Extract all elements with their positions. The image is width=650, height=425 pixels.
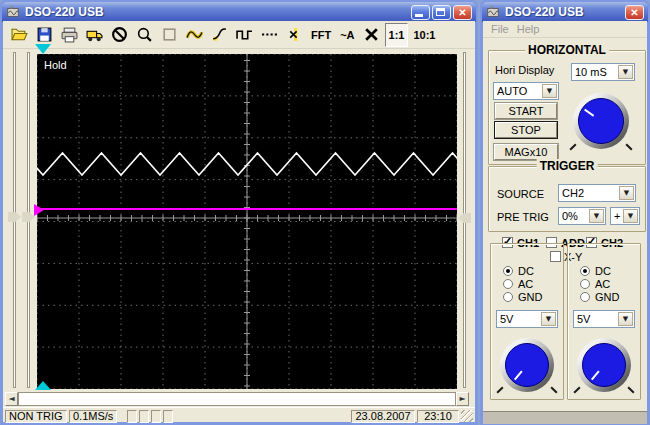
source-label: SOURCE [497, 188, 544, 200]
scale-10-1-button[interactable]: 10:1 [409, 23, 439, 47]
grid-button[interactable] [157, 23, 181, 47]
app-icon [486, 5, 500, 19]
stop-acquisition-button[interactable] [107, 23, 131, 47]
trigger-level-handle[interactable] [458, 213, 471, 223]
ch2-dc-label: DC [595, 265, 611, 277]
chevron-down-icon[interactable]: ▼ [542, 84, 557, 98]
trigger-level-slider[interactable] [459, 50, 470, 390]
timebase-knob[interactable] [573, 93, 629, 149]
ch2-group: DC AC GND 5V ▼ [567, 243, 641, 400]
ch1-ac-radio[interactable] [503, 279, 513, 289]
resize-grip[interactable] [461, 410, 473, 422]
scroll-right-button[interactable]: ► [456, 392, 469, 406]
device-button[interactable] [82, 23, 106, 47]
hori-display-label: Hori Display [495, 64, 554, 76]
ch2-volts-knob[interactable] [577, 338, 631, 392]
chevron-down-icon[interactable]: ▼ [541, 312, 556, 326]
pretrig-label: PRE TRIG [497, 211, 549, 223]
maximize-button[interactable] [432, 5, 451, 20]
auto-measure-button[interactable]: ~A [336, 23, 358, 47]
cursor-x-button[interactable] [282, 23, 306, 47]
panel-titlebar[interactable]: DSO-220 USB ✕ [482, 2, 648, 22]
ch2-ac-radio[interactable] [580, 279, 590, 289]
hold-status-label: Hold [44, 59, 67, 71]
dotted-line-button[interactable] [257, 23, 281, 47]
menu-help[interactable]: Help [517, 23, 540, 35]
fft-button[interactable]: FFT [307, 23, 335, 47]
status-cell [151, 410, 161, 423]
window-title: DSO-220 USB [25, 5, 409, 19]
trigger-time-marker-top[interactable] [35, 44, 51, 54]
status-cell [127, 410, 137, 423]
scope-window: DSO-220 USB ✕ FFT~A1:110:1 Hold [0, 0, 478, 425]
sine-interpolation-button[interactable] [182, 23, 206, 47]
hori-mode-select[interactable]: AUTO ▼ [493, 82, 559, 100]
close-button[interactable]: ✕ [625, 5, 644, 20]
ch1-volts-select[interactable]: 5V ▼ [496, 310, 558, 328]
save-button[interactable] [32, 23, 56, 47]
menu-file[interactable]: File [491, 23, 509, 35]
timebase-select[interactable]: 10 mS ▼ [571, 63, 635, 81]
horizontal-group-title: HORIZONTAL [525, 43, 609, 57]
toolbar: FFT~A1:110:1 [3, 21, 475, 49]
scope-window-titlebar[interactable]: DSO-220 USB ✕ [2, 2, 476, 22]
zoom-button[interactable] [132, 23, 156, 47]
ch2-gnd-radio[interactable] [580, 292, 590, 302]
window-bottom-strip [483, 411, 647, 424]
scroll-left-button[interactable]: ◄ [5, 392, 18, 406]
horizontal-scrollbar[interactable]: ◄ ► [3, 392, 471, 406]
ch2-position-slider[interactable] [23, 50, 34, 390]
pretrig-select[interactable]: 0% ▼ [558, 207, 606, 225]
waveform-plot [37, 54, 457, 389]
sample-rate: 0.1MS/s [69, 410, 117, 423]
ch2-gnd-label: GND [595, 291, 619, 303]
scope-display[interactable]: Hold [37, 54, 457, 389]
trigger-group: TRIGGER SOURCE CH2 ▼ PRE TRIG 0% ▼ + ▼ [488, 166, 646, 232]
chevron-down-icon[interactable]: ▼ [618, 65, 633, 79]
status-cell [139, 410, 149, 423]
scale-1-1-button[interactable]: 1:1 [385, 23, 409, 47]
open-button[interactable] [7, 23, 31, 47]
chevron-down-icon[interactable]: ▼ [623, 209, 638, 223]
chevron-down-icon[interactable]: ▼ [618, 312, 633, 326]
ch1-group: DC AC GND 5V ▼ [490, 243, 564, 400]
ch2-volts-select[interactable]: 5V ▼ [573, 310, 635, 328]
window-title: DSO-220 USB [505, 5, 623, 19]
menu-bar: File Help [483, 21, 647, 38]
chevron-down-icon[interactable]: ▼ [589, 209, 604, 223]
status-time: 23:10 [417, 410, 459, 423]
status-bar: NON TRIG 0.1MS/s 23.08.2007 23:10 [3, 407, 475, 423]
minimize-button[interactable] [411, 5, 430, 20]
scroll-track[interactable] [18, 392, 456, 406]
stop-button[interactable]: STOP [495, 122, 557, 138]
trigger-time-marker-bottom[interactable] [35, 381, 51, 390]
ch2-dc-radio[interactable] [580, 266, 590, 276]
ch1-dc-radio[interactable] [503, 266, 513, 276]
status-cell [163, 410, 173, 423]
ch1-gnd-radio[interactable] [503, 292, 513, 302]
app-icon [6, 5, 20, 19]
mag-x10-button[interactable]: MAGx10 [494, 144, 558, 160]
ch1-ac-label: AC [518, 278, 533, 290]
ch1-position-slider[interactable] [9, 50, 20, 390]
square-wave-button[interactable] [232, 23, 256, 47]
ch1-dc-label: DC [518, 265, 534, 277]
ch2-ac-label: AC [595, 278, 610, 290]
status-date: 23.08.2007 [351, 410, 415, 423]
trigger-slope-select[interactable]: + ▼ [610, 207, 640, 225]
trigger-group-title: TRIGGER [537, 159, 598, 173]
ch1-position-handle[interactable] [8, 212, 21, 222]
smooth-button[interactable] [207, 23, 231, 47]
ch2-level-marker[interactable] [34, 204, 44, 216]
print-button[interactable] [57, 23, 81, 47]
trigger-source-select[interactable]: CH2 ▼ [558, 184, 636, 202]
ch1-gnd-label: GND [518, 291, 542, 303]
control-panel-window: DSO-220 USB ✕ File Help HORIZONTAL Hori … [480, 0, 650, 425]
ch1-volts-knob[interactable] [500, 338, 554, 392]
start-button[interactable]: START [495, 103, 557, 119]
horizontal-group: HORIZONTAL Hori Display 10 mS ▼ AUTO ▼ S… [488, 50, 646, 165]
chevron-down-icon[interactable]: ▼ [619, 186, 634, 200]
trigger-status: NON TRIG [5, 410, 67, 423]
delete-x-button[interactable] [360, 23, 384, 47]
close-button[interactable]: ✕ [453, 5, 472, 20]
